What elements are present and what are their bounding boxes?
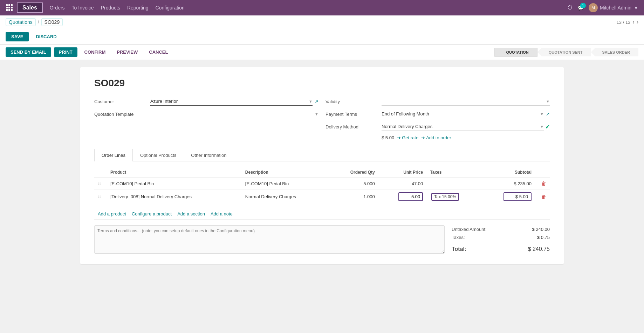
svg-rect-2 [11, 4, 13, 6]
nav-to-invoice[interactable]: To Invoice [72, 5, 94, 11]
customer-row: Customer ▼ ↗ [94, 97, 318, 106]
customer-external-link-icon[interactable]: ↗ [315, 99, 318, 104]
validity-wrapper: ▼ [382, 97, 550, 106]
drag-handle2[interactable]: ⠿ [94, 189, 107, 204]
row2-description[interactable]: Normal Delivery Charges [242, 189, 330, 204]
user-menu[interactable]: M Mitchell Admin ▼ [589, 3, 638, 12]
row1-qty[interactable]: 5.000 [330, 178, 378, 189]
payment-terms-select[interactable]: End of Following Month [382, 110, 544, 118]
delivery-method-select[interactable]: Normal Delivery Charges [382, 122, 544, 131]
quotation-template-select[interactable] [150, 110, 318, 118]
nav-reporting[interactable]: Reporting [127, 5, 149, 11]
quotation-template-wrapper: ▼ [150, 110, 318, 118]
get-rate-button[interactable]: ➜ Get rate [397, 135, 418, 140]
breadcrumb: Quotations / SO029 [6, 18, 63, 26]
breadcrumb-bar: Quotations / SO029 13 / 13 ‹ › [0, 15, 644, 29]
totals-section: Untaxed Amount: $ 240.00 Taxes: $ 0.75 T… [452, 225, 550, 254]
untaxed-amount-row: Untaxed Amount: $ 240.00 [452, 225, 550, 233]
add-to-order-button[interactable]: ➜ Add to order [421, 135, 451, 140]
add-actions-row: Add a product Configure a product Add a … [94, 208, 550, 219]
add-note-link[interactable]: Add a note [211, 211, 233, 217]
nav-products[interactable]: Products [101, 5, 120, 11]
delete-row2-icon[interactable]: 🗑 [541, 194, 546, 200]
customer-input[interactable] [150, 97, 313, 106]
order-table: Product Description Ordered Qty Unit Pri… [94, 167, 550, 204]
main-nav: Orders To Invoice Products Reporting Con… [50, 5, 567, 11]
save-button[interactable]: SAVE [6, 32, 29, 41]
delete-row1-icon[interactable]: 🗑 [541, 181, 546, 186]
cancel-button[interactable]: CANCEL [145, 47, 172, 57]
nav-configuration[interactable]: Configuration [156, 5, 185, 11]
row2-delete[interactable]: 🗑 [535, 189, 550, 204]
row2-taxes[interactable]: Tax 15.00% [426, 189, 481, 204]
chat-icon[interactable]: 💬 1 [578, 5, 584, 11]
user-avatar: M [589, 3, 598, 12]
pipeline-step-quotation[interactable]: QUOTATION [494, 48, 537, 57]
nav-orders[interactable]: Orders [50, 5, 65, 11]
row1-taxes[interactable] [426, 178, 481, 189]
pipeline-step-sent[interactable]: QUOTATION SENT [537, 48, 591, 56]
terms-and-totals: Untaxed Amount: $ 240.00 Taxes: $ 0.75 T… [94, 219, 550, 254]
table-row: ⠿ [Delivery_008] Normal Delivery Charges… [94, 189, 550, 204]
apps-icon[interactable] [6, 4, 13, 12]
form-grid: Customer ▼ ↗ Quotation Template ▼ [94, 97, 550, 140]
drag-handle[interactable]: ⠿ [94, 178, 107, 189]
payment-terms-label: Payment Terms [326, 112, 382, 117]
row2-product[interactable]: [Delivery_008] Normal Delivery Charges [107, 189, 242, 204]
app-brand[interactable]: Sales [17, 2, 43, 13]
document-card: SO029 Customer ▼ ↗ Quotation Template [80, 67, 564, 264]
user-name: Mitchell Admin [600, 5, 631, 11]
get-rate-label: Get rate [402, 135, 418, 140]
add-to-order-arrow-icon: ➜ [421, 135, 425, 140]
row1-delete[interactable]: 🗑 [535, 178, 550, 189]
top-navigation: Sales Orders To Invoice Products Reporti… [0, 0, 644, 15]
row2-unit-price-input[interactable] [398, 192, 423, 201]
next-record-button[interactable]: › [637, 19, 638, 25]
row1-product[interactable]: [E-COM10] Pedal Bin [107, 178, 242, 189]
workflow-buttons: SEND BY EMAIL PRINT CONFIRM PREVIEW CANC… [6, 47, 172, 57]
row1-unit-price[interactable]: 47.00 [378, 178, 426, 189]
taxes-label: Taxes: [452, 235, 465, 240]
terms-textarea[interactable] [94, 225, 445, 254]
validity-label: Validity [326, 99, 382, 104]
workflow-bar: SEND BY EMAIL PRINT CONFIRM PREVIEW CANC… [0, 45, 644, 60]
tab-order-lines[interactable]: Order Lines [94, 149, 133, 161]
taxes-value: $ 0.75 [537, 235, 550, 240]
prev-record-button[interactable]: ‹ [632, 19, 634, 25]
row2-tax-badge[interactable]: Tax 15.00% [431, 193, 459, 201]
col-subtotal: Subtotal [481, 167, 535, 178]
configure-product-link[interactable]: Configure a product [132, 211, 172, 217]
tab-optional-products[interactable]: Optional Products [133, 149, 184, 161]
row1-description[interactable]: [E-COM10] Pedal Bin [242, 178, 330, 189]
payment-terms-external-link-icon[interactable]: ↗ [546, 112, 550, 117]
validity-select[interactable] [382, 97, 550, 106]
breadcrumb-quotations[interactable]: Quotations [6, 18, 36, 26]
tab-other-information[interactable]: Other Information [184, 149, 234, 161]
clock-icon[interactable]: ⏱ [567, 5, 573, 11]
row2-qty[interactable]: 1.000 [330, 189, 378, 204]
svg-rect-5 [11, 7, 13, 8]
add-section-link[interactable]: Add a section [177, 211, 205, 217]
pipeline-step-sales-order[interactable]: SALES ORDER [591, 48, 638, 56]
row2-unit-price[interactable] [378, 189, 426, 204]
print-button[interactable]: PRINT [54, 47, 77, 57]
breadcrumb-current: SO029 [41, 18, 63, 26]
add-product-link[interactable]: Add a product [98, 211, 126, 217]
delivery-method-row: Delivery Method Normal Delivery Charges … [326, 122, 550, 131]
svg-rect-7 [8, 9, 10, 11]
status-pipeline: QUOTATION QUOTATION SENT SALES ORDER [494, 48, 638, 57]
save-discard-bar: SAVE DISCARD [0, 29, 644, 45]
col-unit-price: Unit Price [378, 167, 426, 178]
svg-rect-3 [6, 7, 8, 8]
row1-subtotal: $ 235.00 [481, 178, 535, 189]
confirm-button[interactable]: CONFIRM [80, 47, 110, 57]
right-form-section: Validity ▼ Payment Terms End of Followin… [326, 97, 550, 140]
svg-rect-1 [8, 4, 10, 6]
discard-button[interactable]: DISCARD [32, 32, 61, 41]
validity-row: Validity ▼ [326, 97, 550, 106]
send-by-email-button[interactable]: SEND BY EMAIL [6, 47, 51, 57]
preview-button[interactable]: PREVIEW [112, 47, 142, 57]
customer-label: Customer [94, 99, 150, 104]
breadcrumb-separator: / [38, 19, 39, 25]
col-description: Description [242, 167, 330, 178]
